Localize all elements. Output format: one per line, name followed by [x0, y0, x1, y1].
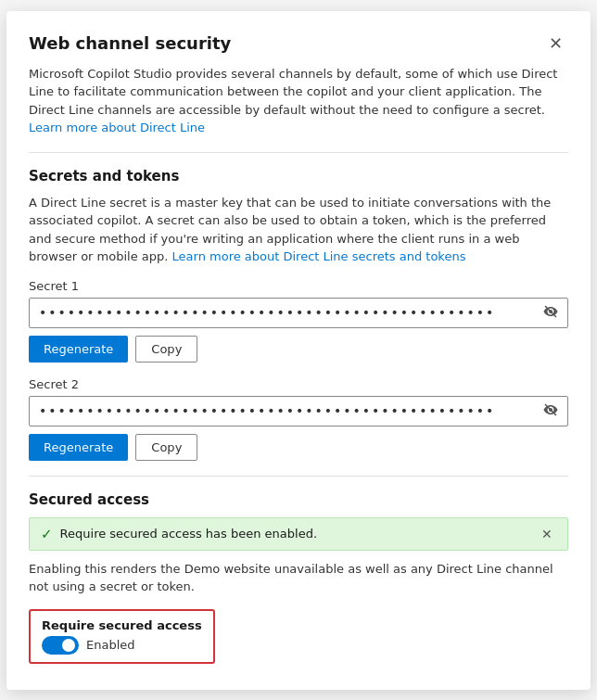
web-channel-security-modal: Web channel security ✕ Microsoft Copilot…: [6, 11, 591, 690]
secret2-input-wrapper: ••••••••••••••••••••••••••••••••••••••••…: [29, 396, 568, 426]
secret2-regenerate-button[interactable]: Regenerate: [29, 434, 128, 461]
modal-title: Web channel security: [29, 33, 231, 53]
modal-header: Web channel security ✕: [29, 33, 568, 54]
secret2-label: Secret 2: [29, 377, 568, 391]
intro-text: Microsoft Copilot Studio provides severa…: [29, 65, 568, 137]
secrets-tokens-title: Secrets and tokens: [29, 168, 568, 185]
secret2-reveal-icon[interactable]: [543, 402, 558, 420]
toggle-status-label: Enabled: [86, 638, 135, 652]
secret1-input-wrapper: ••••••••••••••••••••••••••••••••••••••••…: [29, 298, 568, 328]
secret1-button-row: Regenerate Copy: [29, 336, 568, 363]
secured-access-section: Secured access ✓ Require secured access …: [29, 491, 568, 664]
secured-access-description: Enabling this renders the Demo website u…: [29, 560, 568, 596]
secret1-field-group: Secret 1 •••••••••••••••••••••••••••••••…: [29, 279, 568, 363]
secret2-value: ••••••••••••••••••••••••••••••••••••••••…: [39, 403, 543, 418]
toggle-switch[interactable]: [42, 636, 79, 655]
secret2-button-row: Regenerate Copy: [29, 434, 568, 461]
secret1-copy-button[interactable]: Copy: [135, 336, 197, 363]
success-banner-content: ✓ Require secured access has been enable…: [41, 526, 317, 542]
secret1-regenerate-button[interactable]: Regenerate: [29, 336, 128, 363]
success-icon: ✓: [41, 526, 53, 542]
require-secured-access-toggle-container: Require secured access Enabled: [29, 609, 215, 664]
banner-close-button[interactable]: ✕: [538, 527, 556, 541]
learn-more-secrets-link[interactable]: Learn more about Direct Line secrets and…: [172, 249, 466, 263]
success-banner-text: Require secured access has been enabled.: [60, 527, 317, 541]
toggle-row: Enabled: [42, 636, 202, 655]
learn-more-direct-line-link[interactable]: Learn more about Direct Line: [29, 121, 205, 134]
toggle-thumb: [62, 639, 75, 652]
toggle-label: Require secured access: [42, 618, 202, 632]
secrets-tokens-section: Secrets and tokens A Direct Line secret …: [29, 168, 568, 461]
secret1-value: ••••••••••••••••••••••••••••••••••••••••…: [39, 305, 543, 320]
divider-2: [29, 476, 568, 477]
divider-1: [29, 152, 568, 153]
secret1-reveal-icon[interactable]: [543, 304, 558, 322]
secrets-tokens-description: A Direct Line secret is a master key tha…: [29, 194, 568, 266]
secret1-label: Secret 1: [29, 279, 568, 293]
success-banner: ✓ Require secured access has been enable…: [29, 517, 568, 551]
close-button[interactable]: ✕: [543, 33, 568, 54]
secured-access-title: Secured access: [29, 491, 568, 508]
intro-body: Microsoft Copilot Studio provides severa…: [29, 67, 557, 117]
secret2-copy-button[interactable]: Copy: [135, 434, 197, 461]
secret2-field-group: Secret 2 •••••••••••••••••••••••••••••••…: [29, 377, 568, 461]
